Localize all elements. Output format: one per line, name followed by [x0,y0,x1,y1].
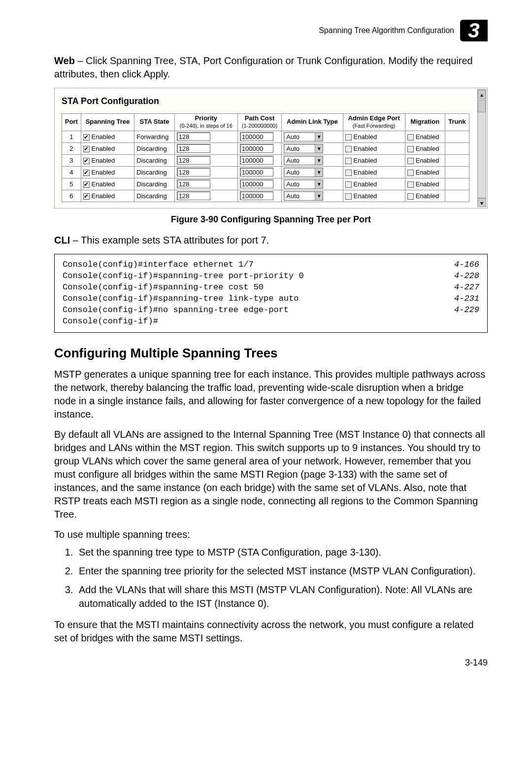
admin-link-type-select[interactable]: Auto▼ [284,168,323,177]
admin-link-type-select[interactable]: Auto▼ [284,144,323,153]
admin-edge-checkbox[interactable] [345,181,352,188]
chevron-down-icon: ▼ [315,156,323,165]
col-priority-sub: (0-240), in steps of 16 [180,123,233,129]
cli-page-ref: 4-228 [454,271,479,282]
admin-link-type-select[interactable]: Auto▼ [284,156,323,165]
cli-line: Console(config-if)#spanning-tree link-ty… [63,293,479,305]
spanning-tree-checkbox[interactable] [83,158,90,164]
migration-checkbox[interactable] [407,146,414,152]
cli-command: Console(config-if)#no spanning-tree edge… [63,305,289,316]
col-priority: Priority (0-240), in steps of 16 [174,114,237,131]
cell-admin-edge: Enabled [343,190,405,202]
priority-input[interactable]: 128 [177,156,210,165]
cell-admin-link: Auto▼ [282,142,343,154]
mstp-para-4: To ensure that the MSTI maintains connec… [54,618,488,645]
enabled-label: Enabled [416,180,439,188]
sta-port-config-panel: ▴ ▾ ▾ STA Port Configuration Port Spanni… [54,88,488,209]
priority-input[interactable]: 128 [177,179,210,188]
admin-edge-checkbox[interactable] [345,193,352,200]
section-heading: Configuring Multiple Spanning Trees [54,346,488,361]
cell-spanning-tree: Enabled [81,178,134,190]
cell-migration: Enabled [405,154,445,166]
scroll-thumb[interactable] [478,100,486,112]
admin-edge-checkbox[interactable] [345,146,352,152]
migration-checkbox[interactable] [407,193,414,200]
migration-checkbox[interactable] [407,134,414,141]
col-admin-edge: Admin Edge Port (Fast Forwarding) [343,114,405,131]
spanning-tree-checkbox[interactable] [83,170,90,176]
admin-edge-checkbox[interactable] [345,158,352,164]
running-title: Spanning Tree Algorithm Configuration [319,26,454,35]
path-cost-input[interactable]: 100000 [240,144,273,153]
path-cost-input[interactable]: 100000 [240,132,273,141]
admin-link-type-select[interactable]: Auto▼ [284,179,323,189]
enabled-label: Enabled [416,192,439,200]
table-row: 6EnabledDiscarding128100000Auto▼EnabledE… [62,190,469,202]
cell-trunk [445,142,469,154]
path-cost-input[interactable]: 100000 [240,179,273,188]
admin-link-type-select[interactable]: Auto▼ [284,132,323,141]
list-item: Enter the spanning tree priority for the… [76,564,488,578]
cli-page-ref: 4-166 [454,259,479,271]
col-admin-edge-label: Admin Edge Port [348,114,399,122]
enabled-label: Enabled [92,157,115,164]
cell-priority: 128 [174,131,237,142]
cell-sta-state: Discarding [134,166,175,178]
web-label: Web [54,55,75,66]
priority-input[interactable]: 128 [177,132,210,141]
spanning-tree-checkbox[interactable] [83,193,90,200]
cell-admin-edge: Enabled [343,178,405,190]
cli-line: Console(config-if)# [63,316,479,327]
cli-command: Console(config-if)# [63,316,158,327]
table-row: 1EnabledForwarding128100000Auto▼EnabledE… [62,131,469,142]
select-value: Auto [286,157,299,164]
enabled-label: Enabled [92,180,115,188]
cell-path-cost: 100000 [237,154,281,166]
cell-spanning-tree: Enabled [81,166,134,178]
mstp-para-2: By default all VLANs are assigned to the… [54,428,488,521]
web-instructions: Web – Click Spanning Tree, STA, Port Con… [54,54,488,81]
cell-admin-edge: Enabled [343,142,405,154]
vertical-scrollbar[interactable]: ▴ ▾ [477,89,486,207]
spanning-tree-checkbox[interactable] [83,134,90,141]
priority-input[interactable]: 128 [177,168,210,176]
cli-intro: CLI – This example sets STA attributes f… [54,234,488,247]
priority-input[interactable]: 128 [177,144,210,153]
list-item: Set the spanning tree type to MSTP (STA … [76,545,488,559]
enabled-label: Enabled [354,169,377,176]
migration-checkbox[interactable] [407,181,414,188]
path-cost-input[interactable]: 100000 [240,191,273,200]
col-spanning-tree: Spanning Tree [81,114,134,131]
spanning-tree-checkbox[interactable] [83,146,90,152]
admin-link-type-select[interactable]: Auto▼ [284,191,323,201]
sta-port-table: Port Spanning Tree STA State Priority (0… [62,113,469,202]
path-cost-input[interactable]: 100000 [240,156,273,165]
cli-line: Console(config)#interface ethernet 1/74-… [63,259,479,271]
cell-sta-state: Discarding [134,178,175,190]
page-header: Spanning Tree Algorithm Configuration 3 [54,20,488,41]
scroll-up-arrow-icon[interactable]: ▴ [478,90,486,99]
cli-command: Console(config-if)#spanning-tree cost 50 [63,282,264,293]
cell-spanning-tree: Enabled [81,154,134,166]
admin-edge-checkbox[interactable] [345,170,352,176]
cell-sta-state: Forwarding [134,131,175,142]
path-cost-input[interactable]: 100000 [240,168,273,176]
migration-checkbox[interactable] [407,158,414,164]
cell-priority: 128 [174,178,237,190]
cli-command: Console(config-if)#spanning-tree port-pr… [63,271,304,282]
enabled-label: Enabled [354,192,377,200]
cell-migration: Enabled [405,166,445,178]
cell-admin-edge: Enabled [343,131,405,142]
enabled-label: Enabled [416,157,439,164]
cell-trunk [445,166,469,178]
cell-port: 5 [62,178,81,190]
cell-admin-edge: Enabled [343,154,405,166]
migration-checkbox[interactable] [407,170,414,176]
cell-path-cost: 100000 [237,190,281,202]
priority-input[interactable]: 128 [177,191,210,200]
spanning-tree-checkbox[interactable] [83,181,90,188]
admin-edge-checkbox[interactable] [345,134,352,141]
cli-text: – This example sets STA attributes for p… [70,235,269,246]
cell-priority: 128 [174,190,237,202]
horizontal-scroll-arrow-icon[interactable]: ▾ [477,198,486,207]
